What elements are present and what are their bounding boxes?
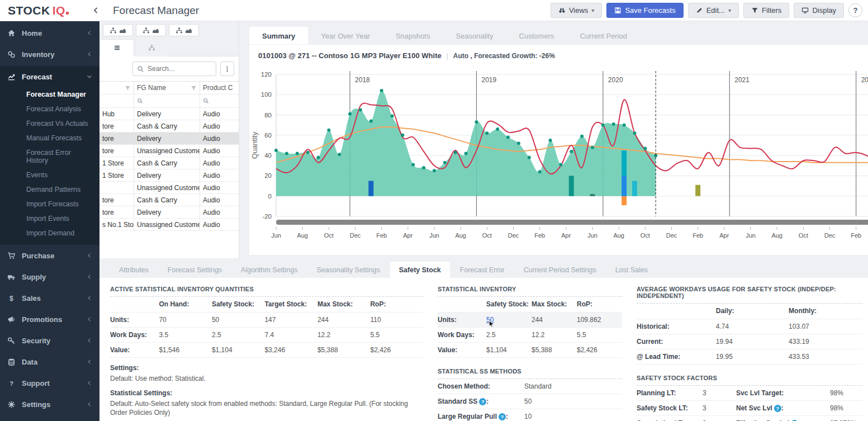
active-inventory-block: ACTIVE STATISTICAL INVENTORY QUANTITIES … xyxy=(110,286,423,421)
edit-button[interactable]: Edit... ▾ xyxy=(688,3,739,18)
help-button[interactable]: ? xyxy=(848,3,862,17)
grid-search-row xyxy=(99,56,239,81)
grid-row[interactable]: 1 StoreCash & CarryAudio xyxy=(99,157,239,169)
tab-safety-stock[interactable]: Safety Stock xyxy=(390,262,450,278)
actuals-point xyxy=(601,124,605,127)
forecast-view-button-1[interactable] xyxy=(103,24,133,36)
tab-snapshots[interactable]: Snapshots xyxy=(383,27,443,45)
column-header: RoP: xyxy=(577,297,622,312)
sidebar-subitem-events[interactable]: Events xyxy=(0,168,99,182)
grid-row[interactable]: s No.1 StoreUnassigned CustomersAudio xyxy=(99,219,239,231)
tab-current-period-settings[interactable]: Current Period Settings xyxy=(515,262,605,278)
tab-seasonality-settings[interactable]: Seasonality Settings xyxy=(308,262,389,278)
tab-seasonality[interactable]: Seasonality xyxy=(443,27,506,45)
value-cell: 109.862 xyxy=(577,312,622,327)
sidebar-subitem-manual-forecasts[interactable]: Manual Forecasts xyxy=(0,131,99,145)
sidebar-item-security[interactable]: Security xyxy=(0,330,99,351)
tab-forecast-settings[interactable]: Forecast Settings xyxy=(159,262,231,278)
grid-header-cell[interactable] xyxy=(99,82,134,94)
actuals-point xyxy=(401,134,404,137)
sidebar-item-support[interactable]: ?Support xyxy=(0,372,99,394)
grid-row[interactable]: Unassigned CustomersAudio xyxy=(99,182,239,194)
safety-stock-units-link[interactable]: 50 xyxy=(486,316,494,324)
filter-funnel-icon[interactable] xyxy=(125,85,131,91)
sidebar-item-data[interactable]: Data xyxy=(0,351,99,372)
search-icon xyxy=(137,65,144,73)
grid-header-cell[interactable]: FG Name xyxy=(134,82,200,94)
actuals-point xyxy=(538,170,542,173)
grid-row[interactable]: toreDeliveryAudio xyxy=(99,133,239,145)
sidebar-subitem-forecast-manager[interactable]: Forecast Manager xyxy=(0,87,99,102)
forecast-view-button-2[interactable] xyxy=(136,24,166,36)
sidebar-item-promotions[interactable]: Promotions xyxy=(0,309,99,330)
help-icon[interactable]: ? xyxy=(774,405,781,412)
grid-filter-cell[interactable] xyxy=(200,94,239,107)
sidebar-subitem-import-demand[interactable]: Import Demand xyxy=(0,226,99,240)
logo-accent: IQ xyxy=(53,4,69,17)
tab-year-over-year[interactable]: Year Over Year xyxy=(308,27,383,45)
grid-row[interactable]: toreDeliveryAudio xyxy=(99,206,239,219)
sidebar-subitem-forecast-analysis[interactable]: Forecast Analysis xyxy=(0,102,99,116)
sidebar-item-supply[interactable]: Supply xyxy=(0,266,99,287)
tab-lost-sales[interactable]: Lost Sales xyxy=(606,262,657,278)
filter-funnel-icon[interactable] xyxy=(191,85,197,91)
grid-header-cell[interactable]: Product C xyxy=(200,82,239,94)
search-icon xyxy=(137,98,143,104)
sidebar-collapse-button[interactable] xyxy=(89,4,102,17)
tab-attributes[interactable]: Attributes xyxy=(110,262,158,278)
forecast-chart[interactable]: -20020406080100120Quantity20182019202020… xyxy=(249,60,868,242)
filters-button[interactable]: Filters xyxy=(743,3,789,18)
actuals-point xyxy=(506,135,510,139)
tab-forecast-error[interactable]: Forecast Error xyxy=(451,262,514,278)
help-icon[interactable]: ? xyxy=(499,413,506,420)
sidebar-subitem-forecast-vs-actuals[interactable]: Forecast Vs Actuals xyxy=(0,116,99,131)
display-button[interactable]: Display xyxy=(794,3,844,18)
panel-title: ACTIVE STATISTICAL INVENTORY QUANTITIES xyxy=(110,286,423,297)
sidebar-item-purchase[interactable]: Purchase xyxy=(0,245,99,266)
grid-menu-button[interactable] xyxy=(220,62,234,76)
grid-cell: Audio xyxy=(200,169,239,181)
sidebar-item-sales[interactable]: $Sales xyxy=(0,287,99,309)
views-label: Views xyxy=(569,6,588,15)
grid-row[interactable]: 1 StoreDeliveryAudio xyxy=(99,169,239,182)
sidebar-item-inventory[interactable]: Inventory xyxy=(0,44,99,65)
tab-customers[interactable]: Customers xyxy=(506,27,567,45)
chart-scrollbar[interactable] xyxy=(276,220,868,225)
sidebar-subitem-import-events[interactable]: Import Events xyxy=(0,211,99,226)
x-tick-label: Jun xyxy=(429,232,439,239)
tab-summary[interactable]: Summary xyxy=(249,27,308,45)
grid-row[interactable]: toreUnassigned CustomersAudio xyxy=(99,145,239,157)
sidebar-item-forecast[interactable]: Forecast xyxy=(0,66,99,87)
year-label: 2019 xyxy=(481,76,496,84)
sidebar-subitem-import-forecasts[interactable]: Import Forecasts xyxy=(0,197,99,211)
grid-filter-cell[interactable] xyxy=(99,94,134,107)
help-icon[interactable]: ? xyxy=(479,398,486,405)
sidebar-subitem-forecast-error-history[interactable]: Forecast Error History xyxy=(0,145,99,168)
tab-algorithm-settings[interactable]: Algorithm Settings xyxy=(232,262,306,278)
sidebar-item-settings[interactable]: Settings xyxy=(0,394,99,415)
ss-factors-table: Planning LT:3Svc Lvl Target:98%Safety St… xyxy=(637,386,862,421)
actuals-point xyxy=(464,152,468,155)
save-forecasts-button[interactable]: Save Forecasts xyxy=(606,3,683,18)
sidebar-item-label: Sales xyxy=(22,294,41,302)
row-label: Effective Svc Lvl?: xyxy=(736,416,830,421)
grid-cell: 1 Store xyxy=(99,169,134,181)
tab-hierarchy-view[interactable] xyxy=(134,39,169,56)
views-button[interactable]: Views ▾ xyxy=(551,3,602,18)
grid-search-input[interactable] xyxy=(148,65,212,73)
forecast-view-button-3[interactable] xyxy=(169,24,199,36)
sidebar-item-home[interactable]: Home xyxy=(0,22,99,44)
grid-row[interactable]: HubDeliveryAudio xyxy=(99,108,239,120)
actuals-point xyxy=(327,129,330,132)
grid-filter-cell[interactable] xyxy=(134,94,200,107)
value-cell: 50 xyxy=(212,312,265,327)
table-row: Large Regular Pull?:10 xyxy=(438,409,622,421)
grid-row[interactable]: toreCash & CarryAudio xyxy=(99,120,239,133)
actuals-point xyxy=(422,166,425,169)
kebab-icon xyxy=(224,65,231,73)
tab-current-period[interactable]: Current Period xyxy=(567,27,640,45)
x-tick-label: Dec xyxy=(508,232,519,239)
grid-row[interactable]: toreCash & CarryAudio xyxy=(99,194,239,206)
tab-list-view[interactable] xyxy=(99,39,134,56)
sidebar-subitem-demand-patterns[interactable]: Demand Patterns xyxy=(0,182,99,197)
